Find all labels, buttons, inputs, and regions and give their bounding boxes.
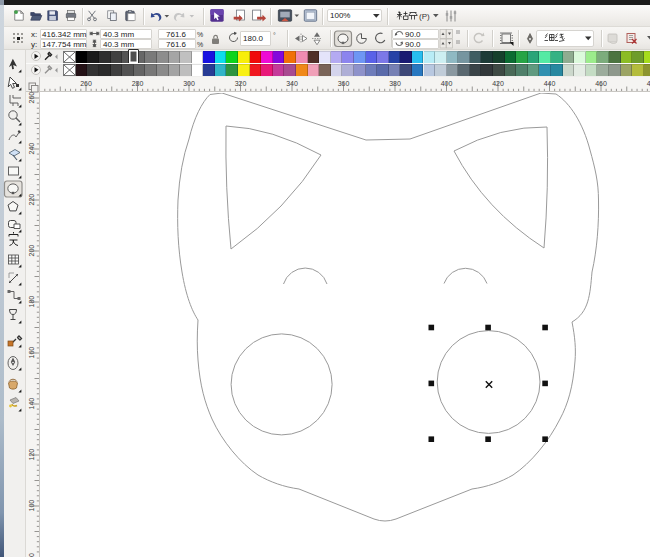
svg-text:(P): (P)	[419, 12, 430, 21]
